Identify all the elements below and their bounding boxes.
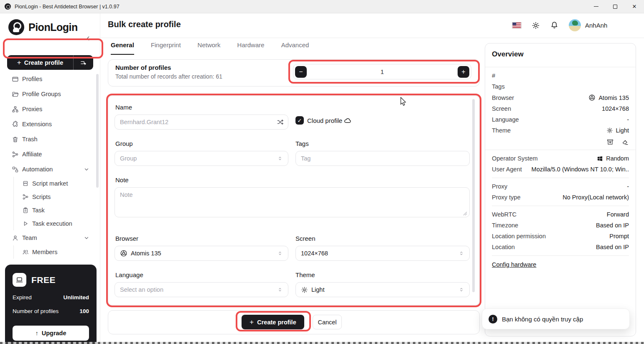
language-select[interactable]: Select an option bbox=[115, 282, 288, 297]
overview-webrtc-value: Forward bbox=[607, 211, 629, 218]
overview-tags-label: Tags bbox=[492, 83, 505, 90]
theme-select-value: Light bbox=[311, 286, 324, 293]
sidebar-item-trash[interactable]: Trash bbox=[7, 132, 94, 147]
note-label: Note bbox=[115, 176, 129, 183]
tab-general[interactable]: General bbox=[111, 41, 134, 55]
close-button[interactable]: ✕ bbox=[625, 0, 644, 13]
divider bbox=[492, 255, 629, 256]
overview-proxy-label: Proxy bbox=[492, 183, 507, 190]
sidebar-item-automation[interactable]: Automation bbox=[7, 162, 94, 177]
theme-select[interactable]: Light bbox=[295, 282, 470, 297]
form-scrollbar[interactable] bbox=[472, 99, 475, 292]
cloud-profile-checkbox[interactable]: ✓ bbox=[295, 116, 304, 125]
tab-fingerprint[interactable]: Fingerprint bbox=[151, 41, 181, 55]
cancel-button[interactable]: Cancel bbox=[313, 315, 342, 329]
maximize-icon bbox=[613, 5, 617, 9]
browser-select[interactable]: Atomis 135 bbox=[115, 246, 288, 261]
resize-grip-icon[interactable] bbox=[462, 211, 467, 216]
tab-advanced[interactable]: Advanced bbox=[281, 41, 309, 55]
name-input[interactable] bbox=[115, 115, 288, 130]
pionlogin-logo-icon bbox=[8, 19, 24, 35]
plan-profiles-value: 100 bbox=[79, 308, 89, 314]
clipboard-icon bbox=[22, 207, 29, 214]
sidebar-item-task-execution[interactable]: Task execution bbox=[15, 217, 94, 230]
tab-hardware[interactable]: Hardware bbox=[237, 41, 265, 55]
overview-id-label: # bbox=[492, 72, 495, 79]
create-profile-button[interactable]: + Create profile bbox=[7, 59, 73, 67]
language-flag-button[interactable] bbox=[512, 22, 522, 28]
upgrade-button[interactable]: ↑ Upgrade bbox=[13, 326, 89, 341]
sidebar-item-members[interactable]: Members bbox=[15, 245, 94, 259]
select-chevrons-icon bbox=[277, 250, 283, 256]
overview-proxy-type-value: No Proxy(Local network) bbox=[563, 194, 629, 201]
overview-title: Overview bbox=[492, 50, 629, 64]
account-menu[interactable]: AnhAnh bbox=[569, 19, 607, 31]
browser-chrome-icon bbox=[120, 250, 127, 257]
sidebar-item-proxies[interactable]: Proxies bbox=[7, 102, 94, 117]
tab-network[interactable]: Network bbox=[198, 41, 221, 55]
screen-select[interactable]: 1024×768 bbox=[295, 246, 470, 261]
mouse-cursor bbox=[400, 97, 407, 106]
increment-button[interactable]: + bbox=[458, 66, 469, 78]
sidebar-item-affiliate[interactable]: Affiliate bbox=[7, 147, 94, 162]
bulk-create-button[interactable] bbox=[74, 59, 93, 66]
notifications-button[interactable] bbox=[550, 21, 559, 30]
overview-location-value: Based on IP bbox=[596, 244, 629, 250]
group-select[interactable]: Group bbox=[115, 151, 288, 166]
check-icon: ✓ bbox=[298, 117, 302, 124]
overview-timezone-value: Based on IP bbox=[596, 222, 629, 229]
randomize-name-button[interactable] bbox=[277, 118, 285, 126]
config-hardware-link[interactable]: Config hardware bbox=[492, 259, 536, 270]
minimize-button[interactable] bbox=[586, 0, 606, 13]
bulk-create-icon bbox=[80, 59, 87, 66]
overview-timezone-label: Timezone bbox=[492, 222, 518, 229]
people-icon bbox=[22, 249, 29, 255]
sidebar-nav: Profiles Profile Groups Proxies Extensio… bbox=[7, 71, 94, 259]
window-title: PionLogin - Best Antidetect Browser | v1… bbox=[15, 4, 120, 10]
note-textarea[interactable] bbox=[115, 187, 470, 217]
sidebar-item-team[interactable]: Team bbox=[7, 230, 94, 245]
sidebar-item-profile-groups[interactable]: Profile Groups bbox=[7, 87, 94, 102]
sidebar-item-scripts[interactable]: Scripts bbox=[15, 190, 94, 204]
sidebar-item-extensions[interactable]: Extensions bbox=[7, 117, 94, 132]
page-title: Bulk create profile bbox=[108, 20, 181, 29]
quantity-value[interactable]: 1 bbox=[307, 69, 458, 75]
sidebar-collapse-button[interactable] bbox=[85, 35, 92, 42]
overview-language-label: Language bbox=[492, 116, 519, 123]
avatar bbox=[569, 19, 581, 31]
eraser-icon bbox=[621, 138, 629, 146]
tags-input[interactable] bbox=[295, 151, 470, 166]
puzzle-icon bbox=[12, 121, 19, 128]
overview-language-value: - bbox=[627, 116, 629, 123]
decrement-button[interactable]: − bbox=[295, 66, 307, 78]
folder-icon bbox=[12, 91, 19, 98]
plan-expired-value: Unlimited bbox=[63, 294, 89, 301]
overview-panel: Overview # Tags Browser Atomis 135 Scree… bbox=[485, 43, 636, 336]
browser-select-value: Atomis 135 bbox=[131, 250, 161, 257]
clear-button[interactable] bbox=[621, 138, 629, 146]
group-select-value: Group bbox=[120, 155, 137, 162]
save-template-button[interactable] bbox=[606, 138, 614, 146]
language-label: Language bbox=[115, 271, 143, 278]
theme-toggle-button[interactable] bbox=[532, 21, 540, 30]
sidebar-item-label: Members bbox=[32, 249, 57, 255]
sidebar-item-profiles[interactable]: Profiles bbox=[7, 71, 94, 87]
overview-location-permission-label: Location permission bbox=[492, 233, 546, 240]
overview-os-label: Operator System bbox=[492, 155, 538, 162]
overview-os-value: Random bbox=[606, 155, 629, 162]
sidebar-item-label: Task bbox=[32, 207, 45, 214]
maximize-button[interactable] bbox=[606, 0, 625, 13]
overview-screen-value: 1024×768 bbox=[602, 105, 629, 112]
submit-create-profile-button[interactable]: + Create profile bbox=[242, 315, 304, 329]
profiles-count-subtitle: Total number of records after creation: … bbox=[115, 73, 222, 80]
store-icon bbox=[22, 180, 29, 187]
name-label: Name bbox=[115, 104, 132, 111]
sidebar-scrollbar[interactable] bbox=[96, 74, 99, 188]
chevron-left-icon bbox=[85, 35, 92, 42]
sidebar-item-label: Task execution bbox=[32, 220, 72, 227]
app-icon bbox=[5, 3, 11, 10]
sidebar-item-task[interactable]: Task bbox=[15, 204, 94, 217]
sidebar-item-script-market[interactable]: Script market bbox=[15, 177, 94, 190]
sidebar: PionLogin + Create profile Profiles Prof… bbox=[0, 13, 100, 344]
toast-notification: ! Bạn không có quyền truy cập bbox=[482, 308, 630, 329]
